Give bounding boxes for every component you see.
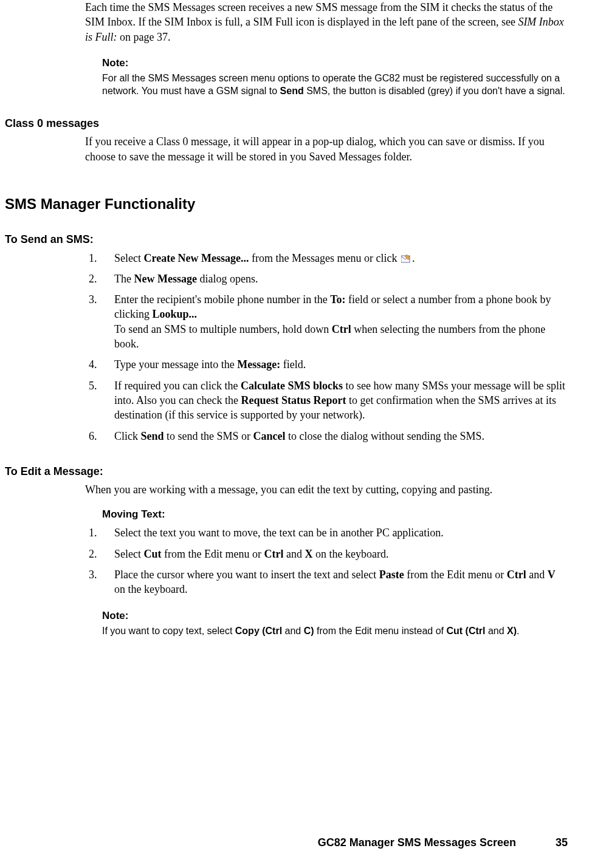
- edit-intro: When you are working with a message, you…: [85, 482, 568, 497]
- list-number: 1.: [85, 251, 114, 265]
- list-number: 4.: [85, 357, 114, 372]
- footer-title: GC82 Manager SMS Messages Screen: [318, 836, 516, 849]
- page-footer: GC82 Manager SMS Messages Screen 35: [318, 835, 568, 850]
- text: Each time the SMS Messages screen receiv…: [85, 1, 552, 28]
- page-number: 35: [556, 836, 568, 849]
- list-item: 4. Type your message into the Message: f…: [85, 357, 568, 372]
- list-text: Select Create New Message... from the Me…: [114, 251, 568, 265]
- text-bold: Send: [280, 86, 304, 96]
- list-number: 1.: [85, 525, 114, 540]
- new-message-icon: [401, 255, 411, 263]
- list-item: 5. If required you can click the Calcula…: [85, 378, 568, 423]
- list-number: 6.: [85, 429, 114, 443]
- moving-text-list: 1. Select the text you want to move, the…: [85, 525, 568, 596]
- heading-edit-message: To Edit a Message:: [5, 464, 568, 479]
- text: on page 37.: [117, 31, 171, 43]
- class0-body: If you receive a Class 0 message, it wil…: [85, 134, 568, 164]
- heading-moving-text: Moving Text:: [102, 508, 568, 522]
- send-sms-list: 1. Select Create New Message... from the…: [85, 251, 568, 443]
- text: SMS, the button is disabled (grey) if yo…: [304, 86, 565, 96]
- list-item: 2. The New Message dialog opens.: [85, 272, 568, 286]
- list-item: 3. Place the cursor where you want to in…: [85, 567, 568, 597]
- list-text: Place the cursor where you want to inser…: [114, 567, 568, 597]
- note-label: Note:: [102, 609, 568, 623]
- list-text: Enter the recipient's mobile phone numbe…: [114, 292, 568, 351]
- list-item: 1. Select Create New Message... from the…: [85, 251, 568, 265]
- note-label: Note:: [102, 56, 568, 70]
- list-text: Type your message into the Message: fiel…: [114, 357, 568, 372]
- note-body: If you want to copy text, select Copy (C…: [102, 624, 568, 638]
- list-text: Click Send to send the SMS or Cancel to …: [114, 429, 568, 443]
- list-number: 3.: [85, 567, 114, 582]
- list-number: 2.: [85, 272, 114, 286]
- note-body: For all the SMS Messages screen menu opt…: [102, 72, 568, 98]
- list-text: If required you can click the Calculate …: [114, 378, 568, 423]
- list-item: 2. Select Cut from the Edit menu or Ctrl…: [85, 547, 568, 561]
- list-number: 5.: [85, 378, 114, 393]
- heading-class0: Class 0 messages: [5, 116, 568, 131]
- list-item: 6. Click Send to send the SMS or Cancel …: [85, 429, 568, 443]
- list-number: 2.: [85, 547, 114, 561]
- list-number: 3.: [85, 292, 114, 307]
- intro-paragraph: Each time the SMS Messages screen receiv…: [85, 0, 568, 44]
- heading-sms-manager: SMS Manager Functionality: [5, 194, 568, 214]
- list-text: The New Message dialog opens.: [114, 272, 568, 286]
- list-text: Select Cut from the Edit menu or Ctrl an…: [114, 547, 568, 561]
- list-item: 1. Select the text you want to move, the…: [85, 525, 568, 540]
- list-text: Select the text you want to move, the te…: [114, 525, 568, 540]
- heading-send-sms: To Send an SMS:: [5, 232, 568, 247]
- list-item: 3. Enter the recipient's mobile phone nu…: [85, 292, 568, 351]
